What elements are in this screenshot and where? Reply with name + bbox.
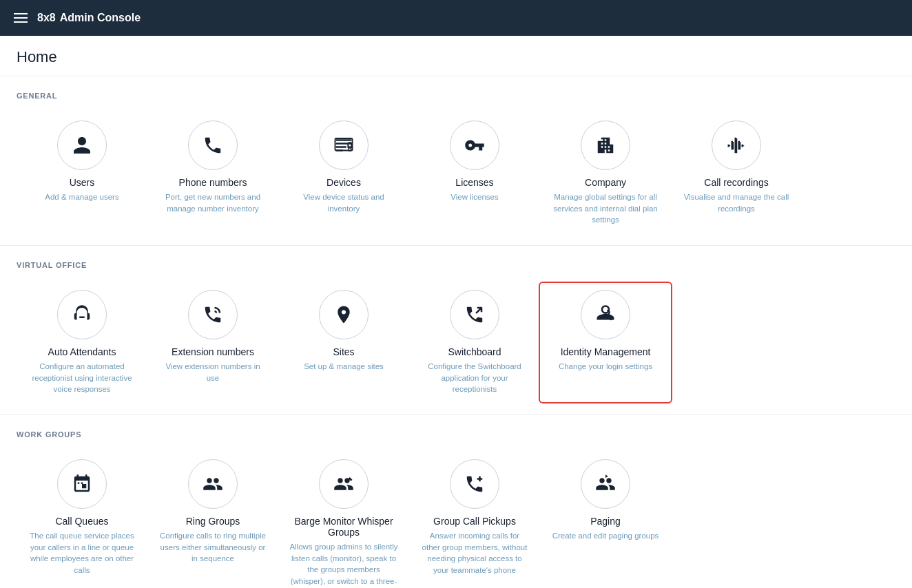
section-work-groups: WORK GROUPSCall QueuesThe call queue ser… [0,415,912,588]
card-desc-call-queues: The call queue service places your calle… [28,530,136,576]
card-title-auto-attendants: Auto Attendants [48,346,116,357]
card-desc-barge-monitor: Allows group admins to silently listen c… [289,541,398,588]
identity-management-icon-circle [581,290,630,339]
card-title-company: Company [585,177,626,188]
card-title-devices: Devices [327,177,361,188]
card-title-call-recordings: Call recordings [704,177,768,188]
call-queues-icon-circle [57,459,107,509]
card-title-phone-numbers: Phone numbers [179,177,247,188]
page-title-bar: Home [0,36,912,76]
extension-numbers-icon-circle [188,290,238,339]
section-general: GENERALUsersAdd & manage usersPhone numb… [0,76,912,246]
section-label-virtual-office: VIRTUAL OFFICE [17,261,895,269]
card-users[interactable]: UsersAdd & manage users [17,114,147,233]
card-title-switchboard: Switchboard [448,346,501,357]
sites-icon-circle [319,290,369,339]
section-label-general: GENERAL [17,92,895,100]
paging-icon-circle [581,459,630,509]
card-sites[interactable]: SitesSet up & manage sites [278,283,409,402]
ring-groups-icon-circle [188,459,238,509]
cards-row-work-groups: Call QueuesThe call queue service places… [17,452,895,588]
card-desc-devices: View device status and inventory [289,191,398,214]
card-switchboard[interactable]: SwitchboardConfigure the Switchboard app… [409,283,540,402]
app-header: 8x8 Admin Console [0,0,912,36]
card-title-group-call-pickups: Group Call Pickups [433,516,516,527]
card-desc-phone-numbers: Port, get new numbers and manage number … [158,191,267,214]
card-desc-ring-groups: Configure calls to ring multiple users e… [158,530,267,565]
auto-attendants-icon-circle [57,290,107,339]
card-group-call-pickups[interactable]: Group Call PickupsAnswer incoming calls … [409,452,540,588]
card-desc-users: Add & manage users [45,191,118,203]
card-ring-groups[interactable]: Ring GroupsConfigure calls to ring multi… [147,452,278,588]
cards-row-general: UsersAdd & manage usersPhone numbersPort… [17,114,895,233]
brand-name: 8x8 [37,12,56,24]
card-title-call-queues: Call Queues [55,516,108,527]
card-company[interactable]: CompanyManage global settings for all se… [540,114,671,233]
card-phone-numbers[interactable]: Phone numbersPort, get new numbers and m… [147,114,278,233]
hamburger-menu-icon[interactable] [14,13,28,23]
card-identity-management[interactable]: Identity ManagementChange your login set… [540,283,671,402]
card-desc-auto-attendants: Configure an automated receptionist usin… [28,361,136,395]
card-call-recordings[interactable]: Call recordingsVisualise and manage the … [671,114,802,233]
cards-row-virtual-office: Auto AttendantsConfigure an automated re… [17,283,895,402]
section-label-work-groups: WORK GROUPS [17,430,895,439]
card-desc-paging: Create and edit paging groups [552,530,659,542]
card-licenses[interactable]: LicensesView licenses [409,114,540,233]
card-title-paging: Paging [590,516,621,527]
card-paging[interactable]: PagingCreate and edit paging groups [540,452,671,588]
card-auto-attendants[interactable]: Auto AttendantsConfigure an automated re… [17,283,147,402]
card-title-barge-monitor: Barge Monitor Whisper Groups [289,516,398,538]
card-desc-sites: Set up & manage sites [304,361,384,372]
card-desc-licenses: View licenses [450,191,498,203]
card-title-extension-numbers: Extension numbers [172,346,254,357]
brand-logo: 8x8 Admin Console [37,12,141,24]
devices-icon-circle [319,120,369,170]
company-icon-circle [581,120,630,170]
page-title: Home [17,48,895,66]
brand-subtitle: Admin Console [60,12,141,24]
section-virtual-office: VIRTUAL OFFICEAuto AttendantsConfigure a… [0,246,912,415]
card-desc-switchboard: Configure the Switchboard application fo… [420,361,529,395]
call-recordings-icon-circle [712,120,761,170]
phone-numbers-icon-circle [188,120,238,170]
card-title-users: Users [70,177,95,188]
card-call-queues[interactable]: Call QueuesThe call queue service places… [17,452,147,588]
card-desc-identity-management: Change your login settings [559,361,652,372]
group-call-pickups-icon-circle [450,459,499,509]
licenses-icon-circle [450,120,499,170]
card-desc-company: Manage global settings for all services … [551,191,660,226]
card-title-licenses: Licenses [455,177,493,188]
card-title-identity-management: Identity Management [561,346,651,357]
barge-monitor-icon-circle [319,459,369,509]
card-title-sites: Sites [333,346,354,357]
card-desc-call-recordings: Visualise and manage the call recordings [682,191,791,214]
card-desc-extension-numbers: View extension numbers in use [158,361,267,384]
card-barge-monitor[interactable]: Barge Monitor Whisper GroupsAllows group… [278,452,409,588]
switchboard-icon-circle [450,290,499,339]
users-icon-circle [57,120,107,170]
card-desc-group-call-pickups: Answer incoming calls for other group me… [420,530,529,576]
card-extension-numbers[interactable]: Extension numbersView extension numbers … [147,283,278,402]
card-title-ring-groups: Ring Groups [186,516,240,527]
card-devices[interactable]: DevicesView device status and inventory [278,114,409,233]
